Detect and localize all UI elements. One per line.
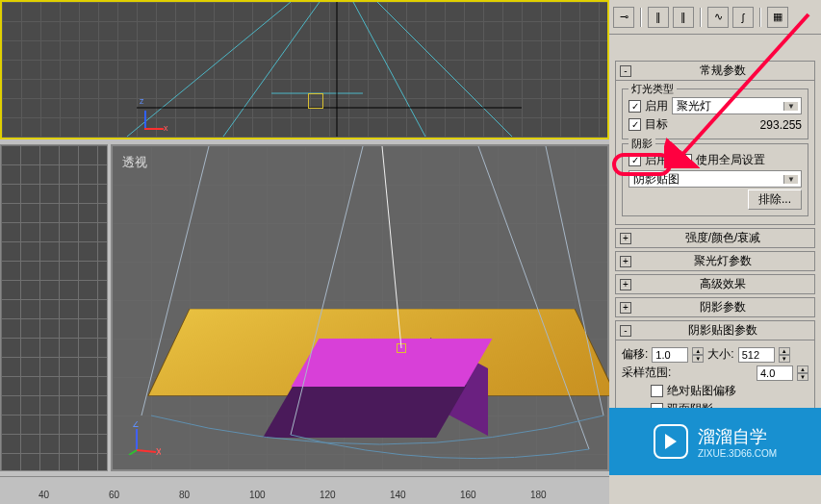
viewport-left-grid[interactable] bbox=[0, 144, 108, 471]
group-light-type: 灯光类型 启用 聚光灯 目标 293.255 bbox=[622, 88, 808, 139]
label-absolute-bias: 绝对贴图偏移 bbox=[667, 383, 736, 399]
bias-down-icon[interactable]: ▼ bbox=[692, 355, 704, 363]
group-shadow: 阴影 启用 使用全局设置 阴影贴图 排除... bbox=[622, 143, 808, 216]
label-global-settings: 使用全局设置 bbox=[696, 152, 765, 168]
rollout-header-shadow-params[interactable]: + 阴影参数 bbox=[615, 297, 815, 317]
watermark-url: ZIXUE.3D66.COM bbox=[698, 448, 777, 459]
rollout-header-spotlight[interactable]: + 聚光灯参数 bbox=[615, 251, 815, 271]
label-size: 大小: bbox=[707, 346, 733, 363]
checkbox-global-settings[interactable] bbox=[680, 154, 692, 166]
link-icon[interactable]: ∿ bbox=[707, 7, 729, 28]
exclude-button[interactable]: 排除... bbox=[748, 189, 802, 210]
rollout-general-params: - 常规参数 灯光类型 启用 聚光灯 目标 293.255 bbox=[615, 61, 815, 225]
pin-icon[interactable]: ⊸ bbox=[613, 7, 634, 28]
size-down-icon[interactable]: ▼ bbox=[779, 355, 790, 363]
label-shadow-enable: 启用 bbox=[645, 152, 668, 168]
label-bias: 偏移: bbox=[622, 346, 648, 363]
timeline-ruler[interactable]: 40 60 80 100 120 140 160 180 bbox=[0, 476, 609, 500]
rollout-spotlight: + 聚光灯参数 bbox=[615, 251, 815, 271]
checkbox-shadow-enable[interactable] bbox=[629, 154, 641, 166]
svg-line-9 bbox=[382, 146, 401, 348]
dropdown-shadow-type[interactable]: 阴影贴图 bbox=[629, 170, 802, 188]
rollout-header-intensity[interactable]: + 强度/颜色/衰减 bbox=[615, 228, 815, 248]
watermark-overlay: 溜溜自学 ZIXUE.3D66.COM bbox=[609, 408, 821, 475]
dropdown-light-type[interactable]: 聚光灯 bbox=[672, 97, 802, 114]
label-sample-range: 采样范围: bbox=[622, 365, 671, 381]
rollout-intensity: + 强度/颜色/衰减 bbox=[615, 228, 815, 248]
checkbox-light-enable[interactable] bbox=[629, 100, 641, 113]
svg-line-1 bbox=[377, 2, 512, 137]
prev-key-icon[interactable]: ‖ bbox=[648, 7, 669, 28]
input-sample-range[interactable]: 4.0 bbox=[757, 365, 793, 381]
input-bias[interactable]: 1.0 bbox=[652, 347, 688, 363]
rollout-advanced: + 高级效果 bbox=[615, 274, 815, 294]
svg-line-7 bbox=[141, 146, 209, 416]
rollout-header-advanced[interactable]: + 高级效果 bbox=[615, 274, 815, 294]
sample-down-icon[interactable]: ▼ bbox=[797, 373, 808, 381]
svg-line-8 bbox=[291, 146, 363, 435]
rollout-header-shadow-map[interactable]: - 阴影贴图参数 bbox=[615, 320, 815, 340]
bias-up-icon[interactable]: ▲ bbox=[692, 347, 704, 355]
label-target: 目标 bbox=[645, 116, 668, 133]
panel-toolbar: ⊸ ‖ ‖ ∿ ∫ ▦ bbox=[609, 0, 821, 35]
svg-line-2 bbox=[223, 2, 320, 137]
checkbox-absolute-bias[interactable] bbox=[651, 385, 663, 397]
svg-line-11 bbox=[546, 146, 603, 416]
selection-box[interactable] bbox=[308, 93, 323, 109]
axis-gizmo-top: zx bbox=[135, 101, 164, 130]
sample-up-icon[interactable]: ▲ bbox=[797, 365, 808, 373]
config-icon[interactable]: ▦ bbox=[767, 7, 788, 28]
checkbox-target[interactable] bbox=[629, 118, 641, 131]
rollout-shadow-params: + 阴影参数 bbox=[615, 297, 815, 317]
svg-line-10 bbox=[478, 146, 589, 449]
rollout-header-general[interactable]: - 常规参数 bbox=[615, 61, 815, 81]
play-icon bbox=[654, 424, 688, 459]
watermark-brand: 溜溜自学 bbox=[698, 425, 777, 448]
label-enable: 启用 bbox=[645, 98, 668, 114]
svg-line-3 bbox=[353, 2, 425, 137]
input-size[interactable]: 512 bbox=[738, 347, 775, 363]
target-distance-value: 293.255 bbox=[760, 118, 802, 132]
size-up-icon[interactable]: ▲ bbox=[779, 347, 790, 355]
light-cone-wires bbox=[113, 146, 607, 469]
next-key-icon[interactable]: ‖ bbox=[673, 7, 694, 28]
curve-icon[interactable]: ∫ bbox=[732, 7, 754, 28]
viewport-top[interactable]: zx bbox=[0, 0, 609, 139]
wireframe-lines bbox=[2, 2, 607, 138]
viewport-perspective[interactable]: 透视 z x bbox=[111, 144, 609, 471]
